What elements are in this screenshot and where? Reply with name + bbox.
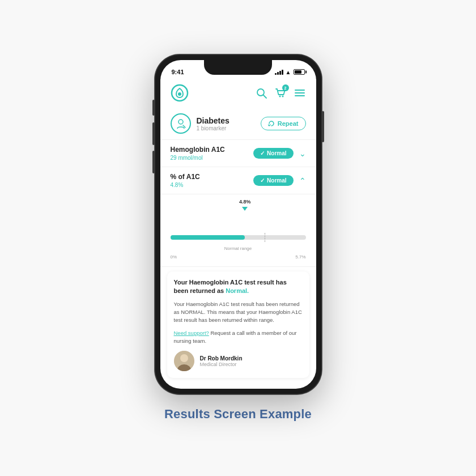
biomarker-right-2: ✓ Normal ⌃ xyxy=(253,175,305,186)
info-card-support: Need support? Request a call with a memb… xyxy=(174,329,303,346)
chart-bar xyxy=(171,235,306,240)
biomarker-value-2: 4.8% xyxy=(171,182,200,188)
test-subtitle: 1 biomarker xyxy=(197,125,230,131)
info-card-title: Your Haemoglobin A1C test result has bee… xyxy=(174,278,303,296)
chart-min-label: 0% xyxy=(171,254,177,260)
search-icon xyxy=(255,87,267,99)
wifi-icon: ▲ xyxy=(286,69,291,75)
biomarker-name-2: % of A1C xyxy=(171,173,200,181)
status-time: 9:41 xyxy=(172,69,184,75)
biomarker-row-2[interactable]: % of A1C 4.8% ✓ Normal ⌃ xyxy=(160,167,316,194)
chart-range-label: Normal range xyxy=(224,246,252,251)
app-logo-icon xyxy=(171,84,189,102)
chart-dotted-line xyxy=(265,233,265,242)
battery-icon xyxy=(294,69,305,75)
test-title: Diabetes xyxy=(197,116,230,125)
cart-badge: 2 xyxy=(282,84,289,91)
diabetes-icon xyxy=(175,117,187,130)
test-info: Diabetes 1 biomarker xyxy=(171,113,230,134)
chevron-down-icon-1: ⌄ xyxy=(299,149,306,158)
chart-marker-value: 4.8% xyxy=(239,199,251,205)
biomarker-row-1[interactable]: Hemoglobin A1C 29 mmol/mol ✓ Normal ⌄ xyxy=(160,140,316,167)
repeat-icon xyxy=(268,120,275,127)
biomarker-info-1: Hemoglobin A1C 29 mmol/mol xyxy=(171,146,225,161)
phone-screen: 9:41 ▲ xyxy=(160,60,316,389)
biomarker-name-1: Hemoglobin A1C xyxy=(171,146,225,154)
biomarker-value-1: 29 mmol/mol xyxy=(171,155,225,161)
biomarker-right-1: ✓ Normal ⌄ xyxy=(253,148,305,159)
phone-shell: 9:41 ▲ xyxy=(155,54,322,394)
repeat-btn-label: Repeat xyxy=(278,120,299,127)
chart-max-label: 5.7% xyxy=(295,254,305,260)
power-button xyxy=(322,111,324,142)
volume-down-button xyxy=(152,151,155,173)
test-header: Diabetes 1 biomarker Repeat xyxy=(160,109,316,140)
test-details: Diabetes 1 biomarker xyxy=(197,116,230,131)
app-nav: 2 xyxy=(160,79,316,109)
doctor-avatar-image xyxy=(174,351,194,371)
search-button[interactable] xyxy=(255,87,267,101)
chart-arrow xyxy=(242,207,248,211)
mute-button xyxy=(152,100,155,116)
signal-icon xyxy=(275,69,283,75)
doctor-name: Dr Rob Mordkin xyxy=(200,355,243,362)
info-card-body: Your Haemoglobin A1C test result has bee… xyxy=(174,300,303,325)
support-link[interactable]: Need support? xyxy=(174,330,209,336)
menu-button[interactable] xyxy=(294,87,306,101)
notch xyxy=(204,60,272,75)
chart-bar-bg xyxy=(171,235,306,240)
svg-point-1 xyxy=(178,92,181,96)
cart-button[interactable]: 2 xyxy=(274,87,287,101)
doctor-info: Dr Rob Mordkin Medical Director xyxy=(200,355,243,367)
svg-point-2 xyxy=(257,89,264,96)
doctor-row: Dr Rob Mordkin Medical Director xyxy=(174,351,303,371)
page-wrapper: 9:41 ▲ xyxy=(155,54,322,422)
svg-line-3 xyxy=(264,95,266,98)
test-icon xyxy=(171,113,191,134)
page-caption: Results Screen Example xyxy=(164,407,312,422)
chart-bar-fill xyxy=(171,235,245,240)
volume-up-button xyxy=(152,122,155,145)
chevron-up-icon: ⌃ xyxy=(299,176,306,185)
biomarker-top-1: Hemoglobin A1C 29 mmol/mol ✓ Normal ⌄ xyxy=(171,146,306,161)
svg-point-5 xyxy=(282,96,283,97)
status-icons: ▲ xyxy=(275,69,305,75)
checkmark-icon-1: ✓ xyxy=(260,150,265,156)
svg-point-12 xyxy=(180,354,188,362)
biomarker-top-2: % of A1C 4.8% ✓ Normal ⌃ xyxy=(171,173,306,188)
svg-point-4 xyxy=(279,96,280,97)
logo-button[interactable] xyxy=(171,84,189,104)
chart-section: 4.8% Normal range 0% 5.7% xyxy=(160,194,316,267)
repeat-button[interactable]: Repeat xyxy=(261,117,306,130)
chart-labels: 0% 5.7% xyxy=(171,254,306,260)
doctor-title: Medical Director xyxy=(200,362,243,367)
svg-point-9 xyxy=(178,120,183,124)
checkmark-icon-2: ✓ xyxy=(260,177,265,184)
info-card: Your Haemoglobin A1C test result has bee… xyxy=(167,271,309,378)
info-title-highlight: Normal. xyxy=(226,287,249,294)
menu-icon xyxy=(294,87,306,99)
normal-badge-1: ✓ Normal xyxy=(253,148,293,159)
normal-badge-2: ✓ Normal xyxy=(253,175,293,186)
nav-icons-group: 2 xyxy=(255,87,306,101)
doctor-avatar xyxy=(174,351,194,371)
biomarker-info-2: % of A1C 4.8% xyxy=(171,173,200,188)
